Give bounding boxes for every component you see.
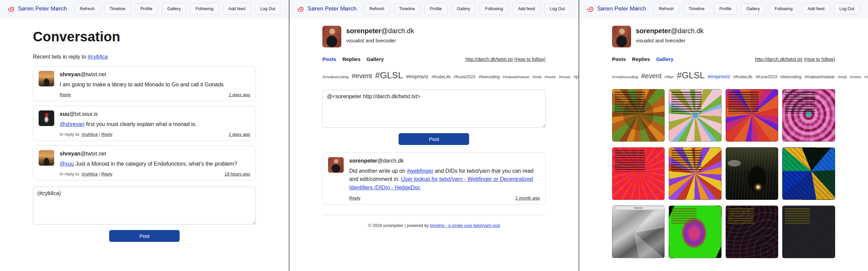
reply-composer-textarea[interactable]: (#cylt4ca) (33, 187, 256, 225)
tag-link[interactable]: #filter (665, 75, 674, 79)
in-reply-hash-link[interactable]: #cylt4ca (81, 132, 98, 137)
reply-link[interactable]: Reply (349, 195, 360, 201)
tag-link[interactable]: #midi (532, 75, 541, 79)
nav-profile-button[interactable]: Profile (424, 3, 447, 15)
feed-url-link[interactable]: http://darch.dk/twtxt.txt (755, 57, 802, 62)
tag-link-active[interactable]: #improviz (708, 74, 730, 79)
gallery-thumbnail[interactable] (782, 89, 835, 142)
tab-posts[interactable]: Posts (322, 56, 336, 62)
gallery-thumbnail[interactable] (726, 147, 779, 200)
gallery-thumbnail[interactable] (612, 89, 665, 142)
nav-gallery-button[interactable]: Gallery (741, 3, 765, 15)
gallery-thumbnail[interactable] (782, 206, 835, 258)
tab-gallery[interactable]: Gallery (656, 56, 673, 62)
timestamp-link[interactable]: 19 hours ago (224, 171, 250, 176)
hashtag-link[interactable]: #webfinger (407, 168, 433, 174)
tag-link[interactable]: #event (351, 72, 372, 80)
nav-refresh-button[interactable]: Refresh (653, 3, 679, 15)
nav-following-button[interactable]: Following (769, 3, 798, 15)
brand[interactable]: Søren Peter Mørch (8, 5, 67, 12)
code-overlay (785, 92, 815, 113)
gallery-thumbnail[interactable] (669, 206, 722, 258)
post-button[interactable]: Post (399, 133, 469, 145)
footer-powered-by-link[interactable]: timeline - a single user twtxt/yarn pod (430, 223, 500, 228)
how-to-follow-link[interactable]: (How to follow) (804, 57, 835, 62)
tag-link[interactable]: #event (641, 72, 662, 80)
conversation-hash-link[interactable]: #cylt4ca (88, 54, 108, 60)
tag-link[interactable]: #midi (838, 75, 847, 79)
nav-profile-button[interactable]: Profile (135, 3, 158, 15)
twt-body: @shreyan first you must clearly explain … (60, 120, 250, 128)
post-button[interactable]: Post (109, 230, 180, 242)
tag-link[interactable]: #music (559, 75, 571, 79)
gallery-thumbnail[interactable] (726, 206, 779, 258)
feed-url-link[interactable]: http://darch.dk/twtxt.txt (465, 57, 513, 62)
profile-handle: @darch.dk (381, 27, 414, 35)
tag-link[interactable]: #music (864, 75, 868, 79)
tag-link[interactable]: #creativecoding (322, 75, 348, 79)
tag-link[interactable]: #KodeLife (431, 75, 450, 79)
gallery-thumbnail[interactable] (669, 89, 722, 142)
gallery-thumbnail[interactable] (669, 147, 722, 200)
new-post-textarea[interactable]: @<sorenpeter http://darch.dk/twtxt.txt> (322, 90, 545, 128)
nav-timeline-button[interactable]: Timeline (394, 3, 421, 15)
nav-timeline-button[interactable]: Timeline (104, 3, 131, 15)
nav-gallery-button[interactable]: Gallery (451, 3, 476, 15)
gallery-thumbnail[interactable]: Improviz (612, 206, 665, 258)
nav-logout-button[interactable]: Log Out (834, 3, 860, 15)
tag-link[interactable]: #livecoding (479, 75, 500, 79)
timestamp-link[interactable]: 2 days ago (229, 92, 250, 97)
tag-link[interactable]: #GLSL (375, 70, 403, 80)
reply-link[interactable]: Reply (101, 171, 113, 176)
feed-url-group: http://darch.dk/twtxt.txt (How to follow… (465, 57, 546, 62)
tag-link[interactable]: #Kune2023 (454, 75, 476, 79)
avatar (328, 157, 344, 173)
nav-logout-button[interactable]: Log Out (544, 3, 570, 15)
tag-link[interactable]: #KodeLife (733, 75, 752, 79)
nav-addfeed-button[interactable]: Add feed (512, 3, 540, 15)
gallery-thumbnail[interactable] (782, 147, 835, 200)
tag-link[interactable]: #improviz (406, 74, 428, 79)
tag-link[interactable]: #makeartnotwar (503, 75, 529, 79)
conversation-subtitle: Recent twts in reply to #cylt4ca (33, 54, 256, 60)
gallery-thumbnail[interactable] (612, 147, 665, 200)
nav-refresh-button[interactable]: Refresh (364, 3, 390, 15)
brand[interactable]: Søren Peter Mørch (587, 5, 646, 12)
reply-link[interactable]: Reply (101, 132, 113, 137)
timestamp-link[interactable]: 2 days ago (229, 132, 250, 137)
tab-replies[interactable]: Replies (632, 56, 650, 62)
gallery-grid: Improviz (612, 89, 835, 258)
tag-link[interactable]: #livecoding (780, 75, 802, 79)
nav-addfeed-button[interactable]: Add feed (223, 3, 251, 15)
nav-logout-button[interactable]: Log Out (255, 3, 281, 15)
tag-link[interactable]: #creativecoding (612, 75, 638, 79)
mention-link[interactable]: @shreyan (60, 121, 84, 127)
nav-addfeed-button[interactable]: Add feed (802, 3, 830, 15)
brand[interactable]: Søren Peter Mørch (298, 5, 357, 12)
nav-profile-button[interactable]: Profile (714, 3, 737, 15)
nav-following-button[interactable]: Following (480, 3, 508, 15)
tab-replies[interactable]: Replies (342, 56, 360, 62)
nav-gallery-button[interactable]: Gallery (162, 3, 186, 15)
tag-link[interactable]: #GLSL (677, 70, 705, 80)
profile-username: sorenpeter (346, 27, 381, 35)
reply-link[interactable]: Reply (60, 92, 71, 97)
nav-timeline-button[interactable]: Timeline (683, 3, 710, 15)
nav-refresh-button[interactable]: Refresh (74, 3, 100, 15)
tag-link[interactable]: #moire (850, 75, 861, 79)
author-name: sorenpeter (349, 158, 377, 164)
tag-link[interactable]: #paintOver (574, 75, 579, 79)
in-reply-hash-link[interactable]: #cylt4ca (81, 171, 98, 176)
top-bar: Søren Peter Mørch Refresh Timeline Profi… (579, 0, 868, 18)
tag-link[interactable]: #Kune2023 (755, 75, 777, 79)
code-overlay (785, 208, 810, 224)
how-to-follow-link[interactable]: (How to follow) (514, 57, 546, 62)
tag-link[interactable]: #moire (544, 75, 556, 79)
gallery-thumbnail[interactable] (726, 89, 779, 142)
tag-link[interactable]: #makeartnotwar (804, 75, 835, 79)
timestamp-link[interactable]: 1 month ago (515, 195, 540, 201)
nav-following-button[interactable]: Following (190, 3, 219, 15)
tab-gallery[interactable]: Gallery (367, 56, 384, 62)
tab-posts[interactable]: Posts (612, 56, 626, 62)
mention-link[interactable]: @xuu (60, 161, 74, 167)
